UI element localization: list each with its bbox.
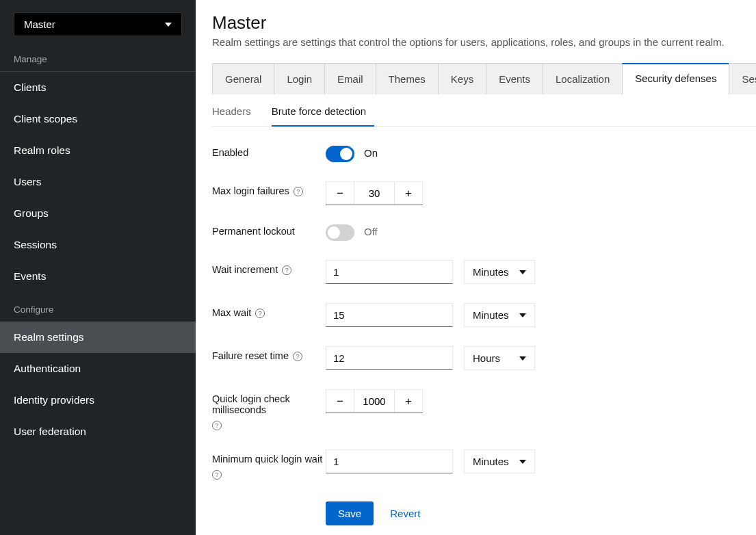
stepper-quick-login: − + [326, 389, 423, 413]
toggle-enabled-text: On [364, 146, 378, 159]
sidebar-item-client-scopes[interactable]: Client scopes [0, 103, 196, 135]
input-min-quick-login[interactable] [326, 449, 453, 473]
sidebar-item-realm-roles[interactable]: Realm roles [0, 135, 196, 166]
sidebar-item-user-federation[interactable]: User federation [0, 416, 196, 447]
page-title: Master [212, 12, 756, 34]
row-max-wait: Max wait ? Minutes [212, 303, 756, 327]
toggle-permanent-lockout-text: Off [364, 224, 378, 237]
revert-button[interactable]: Revert [390, 501, 420, 525]
row-wait-increment: Wait increment ? Minutes [212, 260, 756, 284]
tab-events[interactable]: Events [486, 63, 543, 94]
select-min-quick-login-unit[interactable]: Minutes [464, 449, 535, 473]
stepper-plus-button[interactable]: + [394, 181, 423, 205]
subtab-brute-force[interactable]: Brute force detection [272, 103, 374, 127]
label-min-quick-login: Minimum quick login wait ? [212, 449, 326, 480]
input-max-wait[interactable] [326, 303, 453, 327]
sidebar-item-realm-settings[interactable]: Realm settings [0, 322, 196, 353]
sidebar-item-sessions[interactable]: Sessions [0, 229, 196, 261]
tab-keys[interactable]: Keys [438, 63, 486, 94]
chevron-down-icon [519, 460, 526, 464]
stepper-value-input[interactable] [354, 389, 394, 413]
select-max-wait-unit[interactable]: Minutes [464, 303, 535, 327]
subtab-headers[interactable]: Headers [212, 103, 259, 126]
row-failure-reset: Failure reset time ? Hours [212, 346, 756, 370]
help-icon[interactable]: ? [212, 470, 222, 480]
label-wait-increment: Wait increment ? [212, 260, 326, 275]
input-failure-reset[interactable] [326, 346, 453, 370]
chevron-down-icon [519, 270, 526, 274]
stepper-plus-button[interactable]: + [394, 389, 423, 413]
label-quick-login: Quick login check milliseconds ? [212, 389, 326, 430]
row-quick-login: Quick login check milliseconds ? − + [212, 389, 756, 430]
tab-themes[interactable]: Themes [376, 63, 439, 94]
label-failure-reset: Failure reset time ? [212, 346, 326, 361]
save-button[interactable]: Save [326, 501, 374, 525]
toggle-enabled[interactable] [326, 146, 354, 162]
sidebar: Master Manage Clients Client scopes Real… [0, 0, 196, 535]
tab-login[interactable]: Login [274, 63, 325, 94]
row-min-quick-login: Minimum quick login wait ? Minutes [212, 449, 756, 480]
toggle-knob [328, 226, 340, 239]
stepper-value-input[interactable] [354, 181, 394, 205]
sidebar-item-clients[interactable]: Clients [0, 72, 196, 103]
chevron-down-icon [165, 23, 172, 27]
label-permanent-lockout: Permanent lockout [212, 224, 326, 237]
tab-security-defenses[interactable]: Security defenses [622, 63, 729, 94]
sidebar-section-configure: Configure [0, 292, 196, 322]
toggle-permanent-lockout[interactable] [326, 224, 354, 241]
select-wait-increment-unit[interactable]: Minutes [464, 260, 535, 284]
stepper-max-login-failures: − + [326, 181, 423, 205]
label-max-login-failures: Max login failures ? [212, 181, 326, 196]
row-max-login-failures: Max login failures ? − + [212, 181, 756, 205]
help-icon[interactable]: ? [282, 265, 291, 275]
realm-selector[interactable]: Master [14, 12, 182, 36]
select-failure-reset-unit[interactable]: Hours [464, 346, 535, 370]
help-icon[interactable]: ? [212, 421, 222, 430]
stepper-minus-button[interactable]: − [326, 181, 354, 205]
tab-email[interactable]: Email [324, 63, 376, 94]
chevron-down-icon [519, 313, 526, 317]
tab-localization[interactable]: Localization [543, 63, 623, 94]
help-icon[interactable]: ? [294, 187, 303, 196]
page-description: Realm settings are settings that control… [212, 36, 756, 48]
brute-force-form: Enabled On Max login failures ? − + Perm… [212, 127, 756, 525]
sidebar-item-users[interactable]: Users [0, 166, 196, 198]
chevron-down-icon [519, 356, 526, 361]
subtabs: Headers Brute force detection [212, 103, 756, 127]
sidebar-item-identity-providers[interactable]: Identity providers [0, 384, 196, 416]
tab-sessions-overflow[interactable]: Sess [729, 63, 756, 94]
row-enabled: Enabled On [212, 146, 756, 162]
label-max-wait: Max wait ? [212, 303, 326, 318]
sidebar-item-events[interactable]: Events [0, 261, 196, 292]
tabs: General Login Email Themes Keys Events L… [212, 63, 756, 94]
sidebar-item-groups[interactable]: Groups [0, 198, 196, 229]
realm-select-wrap: Master [0, 12, 196, 42]
toggle-knob [340, 148, 352, 160]
sidebar-item-authentication[interactable]: Authentication [0, 353, 196, 384]
help-icon[interactable]: ? [293, 352, 302, 361]
tab-general[interactable]: General [212, 63, 274, 94]
button-row: Save Revert [326, 501, 756, 525]
input-wait-increment[interactable] [326, 260, 453, 284]
realm-selector-value: Master [24, 18, 55, 30]
stepper-minus-button[interactable]: − [326, 389, 354, 413]
label-enabled: Enabled [212, 146, 326, 158]
row-permanent-lockout: Permanent lockout Off [212, 224, 756, 241]
main-content: Master Realm settings are settings that … [196, 0, 756, 535]
sidebar-section-manage: Manage [0, 42, 196, 72]
help-icon[interactable]: ? [255, 309, 265, 318]
